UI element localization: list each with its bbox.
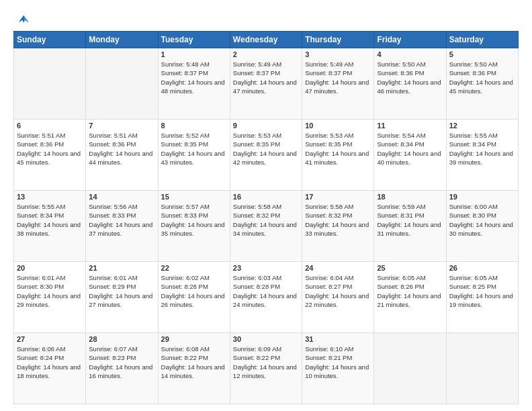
logo [13, 12, 30, 24]
day-number: 13 [17, 193, 83, 201]
day-cell: 5Sunrise: 5:50 AM Sunset: 8:36 PM Daylig… [446, 48, 518, 120]
logo-bird-icon [15, 12, 30, 27]
day-detail: Sunrise: 5:51 AM Sunset: 8:36 PM Dayligh… [89, 131, 154, 167]
day-cell: 7Sunrise: 5:51 AM Sunset: 8:36 PM Daylig… [86, 120, 158, 191]
header [13, 12, 519, 24]
day-cell: 11Sunrise: 5:54 AM Sunset: 8:34 PM Dayli… [374, 120, 446, 191]
day-number: 25 [377, 264, 443, 272]
day-cell: 19Sunrise: 6:00 AM Sunset: 8:30 PM Dayli… [446, 191, 518, 262]
day-cell: 12Sunrise: 5:55 AM Sunset: 8:34 PM Dayli… [446, 120, 518, 191]
day-detail: Sunrise: 5:55 AM Sunset: 8:34 PM Dayligh… [17, 202, 83, 238]
week-row-1: 1Sunrise: 5:48 AM Sunset: 8:37 PM Daylig… [14, 48, 519, 120]
day-number: 7 [89, 122, 154, 130]
day-cell: 22Sunrise: 6:02 AM Sunset: 8:28 PM Dayli… [158, 262, 230, 333]
day-number: 24 [305, 264, 371, 272]
day-detail: Sunrise: 6:05 AM Sunset: 8:26 PM Dayligh… [377, 273, 443, 309]
day-number: 15 [161, 193, 227, 201]
day-number: 6 [17, 122, 83, 130]
day-detail: Sunrise: 6:02 AM Sunset: 8:28 PM Dayligh… [161, 273, 227, 309]
weekday-header-saturday: Saturday [446, 32, 518, 48]
day-number: 10 [305, 122, 371, 130]
day-number: 11 [377, 122, 443, 130]
day-cell: 24Sunrise: 6:04 AM Sunset: 8:27 PM Dayli… [302, 262, 374, 333]
week-row-2: 6Sunrise: 5:51 AM Sunset: 8:36 PM Daylig… [14, 120, 519, 191]
day-cell: 28Sunrise: 6:07 AM Sunset: 8:23 PM Dayli… [86, 333, 158, 404]
week-row-3: 13Sunrise: 5:55 AM Sunset: 8:34 PM Dayli… [14, 191, 519, 262]
day-number: 31 [305, 335, 371, 343]
day-detail: Sunrise: 5:58 AM Sunset: 8:32 PM Dayligh… [305, 202, 371, 238]
day-cell: 10Sunrise: 5:53 AM Sunset: 8:35 PM Dayli… [302, 120, 374, 191]
day-number: 22 [161, 264, 227, 272]
day-detail: Sunrise: 5:50 AM Sunset: 8:36 PM Dayligh… [449, 60, 515, 95]
day-cell: 30Sunrise: 6:09 AM Sunset: 8:22 PM Dayli… [230, 333, 302, 404]
day-number: 16 [233, 193, 299, 201]
day-cell: 8Sunrise: 5:52 AM Sunset: 8:35 PM Daylig… [158, 120, 230, 191]
day-cell: 31Sunrise: 6:10 AM Sunset: 8:21 PM Dayli… [302, 333, 374, 404]
day-detail: Sunrise: 6:08 AM Sunset: 8:22 PM Dayligh… [161, 345, 227, 380]
day-detail: Sunrise: 5:51 AM Sunset: 8:36 PM Dayligh… [17, 131, 83, 167]
weekday-header-friday: Friday [374, 32, 446, 48]
day-detail: Sunrise: 6:03 AM Sunset: 8:28 PM Dayligh… [233, 273, 299, 309]
day-cell: 17Sunrise: 5:58 AM Sunset: 8:32 PM Dayli… [302, 191, 374, 262]
day-cell: 16Sunrise: 5:58 AM Sunset: 8:32 PM Dayli… [230, 191, 302, 262]
svg-marker-1 [24, 15, 28, 22]
svg-marker-0 [19, 15, 29, 24]
day-number: 21 [89, 264, 154, 272]
page: SundayMondayTuesdayWednesdayThursdayFrid… [0, 0, 532, 411]
day-detail: Sunrise: 5:56 AM Sunset: 8:33 PM Dayligh… [89, 202, 154, 238]
day-number: 4 [377, 50, 443, 58]
day-cell: 26Sunrise: 6:05 AM Sunset: 8:25 PM Dayli… [446, 262, 518, 333]
day-detail: Sunrise: 5:58 AM Sunset: 8:32 PM Dayligh… [233, 202, 299, 238]
day-cell: 29Sunrise: 6:08 AM Sunset: 8:22 PM Dayli… [158, 333, 230, 404]
day-number: 29 [161, 335, 227, 343]
day-number: 12 [449, 122, 515, 130]
day-cell [86, 48, 158, 120]
day-number: 17 [305, 193, 371, 201]
day-cell: 4Sunrise: 5:50 AM Sunset: 8:36 PM Daylig… [374, 48, 446, 120]
day-cell: 6Sunrise: 5:51 AM Sunset: 8:36 PM Daylig… [14, 120, 86, 191]
day-number: 28 [89, 335, 154, 343]
day-number: 1 [161, 50, 227, 58]
day-number: 20 [17, 264, 83, 272]
day-number: 14 [89, 193, 154, 201]
day-number: 9 [233, 122, 299, 130]
day-cell: 25Sunrise: 6:05 AM Sunset: 8:26 PM Dayli… [374, 262, 446, 333]
day-cell: 2Sunrise: 5:49 AM Sunset: 8:37 PM Daylig… [230, 48, 302, 120]
day-detail: Sunrise: 5:54 AM Sunset: 8:34 PM Dayligh… [377, 131, 443, 167]
weekday-header-thursday: Thursday [302, 32, 374, 48]
weekday-header-row: SundayMondayTuesdayWednesdayThursdayFrid… [14, 32, 519, 48]
day-number: 27 [17, 335, 83, 343]
day-cell: 15Sunrise: 5:57 AM Sunset: 8:33 PM Dayli… [158, 191, 230, 262]
day-detail: Sunrise: 6:09 AM Sunset: 8:22 PM Dayligh… [233, 345, 299, 380]
day-number: 23 [233, 264, 299, 272]
day-detail: Sunrise: 6:05 AM Sunset: 8:25 PM Dayligh… [449, 273, 515, 309]
day-detail: Sunrise: 6:00 AM Sunset: 8:30 PM Dayligh… [449, 202, 515, 238]
day-cell: 14Sunrise: 5:56 AM Sunset: 8:33 PM Dayli… [86, 191, 158, 262]
day-detail: Sunrise: 6:04 AM Sunset: 8:27 PM Dayligh… [305, 273, 371, 309]
day-number: 26 [449, 264, 515, 272]
day-detail: Sunrise: 5:55 AM Sunset: 8:34 PM Dayligh… [449, 131, 515, 167]
day-number: 3 [305, 50, 371, 58]
day-number: 8 [161, 122, 227, 130]
day-detail: Sunrise: 6:07 AM Sunset: 8:23 PM Dayligh… [89, 345, 154, 380]
day-detail: Sunrise: 5:50 AM Sunset: 8:36 PM Dayligh… [377, 60, 443, 95]
day-number: 5 [449, 50, 515, 58]
day-cell: 9Sunrise: 5:53 AM Sunset: 8:35 PM Daylig… [230, 120, 302, 191]
calendar-table: SundayMondayTuesdayWednesdayThursdayFrid… [13, 31, 519, 404]
day-detail: Sunrise: 6:06 AM Sunset: 8:24 PM Dayligh… [17, 345, 83, 380]
day-number: 2 [233, 50, 299, 58]
day-cell: 23Sunrise: 6:03 AM Sunset: 8:28 PM Dayli… [230, 262, 302, 333]
day-detail: Sunrise: 5:59 AM Sunset: 8:31 PM Dayligh… [377, 202, 443, 238]
week-row-4: 20Sunrise: 6:01 AM Sunset: 8:30 PM Dayli… [14, 262, 519, 333]
day-number: 19 [449, 193, 515, 201]
day-cell: 1Sunrise: 5:48 AM Sunset: 8:37 PM Daylig… [158, 48, 230, 120]
day-cell: 21Sunrise: 6:01 AM Sunset: 8:29 PM Dayli… [86, 262, 158, 333]
day-detail: Sunrise: 6:01 AM Sunset: 8:30 PM Dayligh… [17, 273, 83, 309]
day-number: 30 [233, 335, 299, 343]
day-detail: Sunrise: 5:48 AM Sunset: 8:37 PM Dayligh… [161, 60, 227, 95]
day-detail: Sunrise: 5:49 AM Sunset: 8:37 PM Dayligh… [233, 60, 299, 95]
day-cell [446, 333, 518, 404]
day-cell: 3Sunrise: 5:49 AM Sunset: 8:37 PM Daylig… [302, 48, 374, 120]
weekday-header-monday: Monday [86, 32, 158, 48]
day-detail: Sunrise: 5:49 AM Sunset: 8:37 PM Dayligh… [305, 60, 371, 95]
